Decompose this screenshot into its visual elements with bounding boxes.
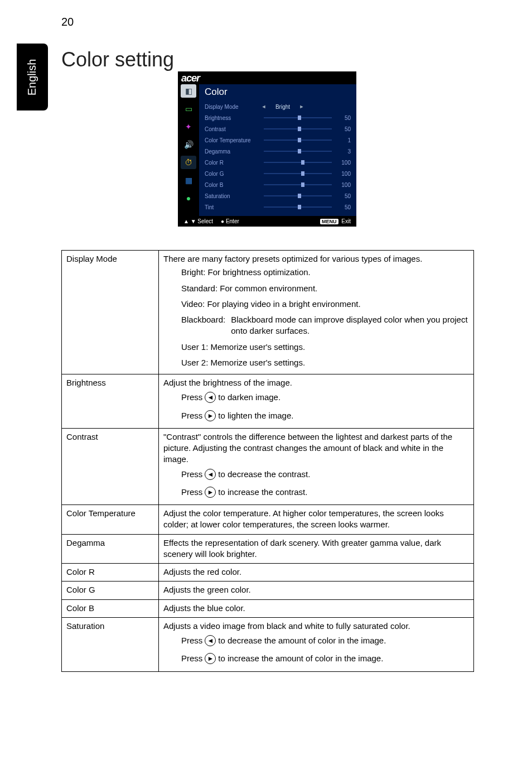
display-mode-video: Video: For playing video in a bright env… — [163, 296, 469, 312]
osd-row-value: Bright — [267, 104, 298, 110]
saturation-body: Adjusts a video image from black and whi… — [159, 617, 474, 671]
osd-row: Contrast50 — [199, 123, 356, 134]
contrast-decrease: to decrease the contrast. — [218, 469, 310, 480]
osd-row: Color R100 — [199, 157, 356, 168]
osd-row-number: 100 — [335, 160, 351, 166]
press-label: Press — [181, 653, 202, 664]
osd-row-label: Color B — [205, 182, 260, 188]
degamma-body: Effects the representation of dark scene… — [159, 534, 474, 564]
osd-slider-knob — [298, 149, 301, 153]
brightness-key: Brightness — [62, 374, 159, 429]
degamma-key: Degamma — [62, 534, 159, 564]
saturation-intro: Adjusts a video image from black and whi… — [163, 621, 410, 631]
image-tab-icon: ▭ — [181, 102, 196, 116]
osd-row-number: 50 — [335, 204, 351, 210]
press-label: Press — [181, 410, 202, 421]
saturation-increase: to increase the amount of color in the i… — [218, 653, 383, 664]
right-arrow-icon: ► — [205, 410, 216, 421]
left-arrow-icon: ◄ — [205, 392, 216, 403]
display-mode-user1: User 1: Memorize user's settings. — [163, 339, 469, 355]
contrast-key: Contrast — [62, 428, 159, 504]
osd-slider — [264, 162, 332, 163]
osd-row-label: Brightness — [205, 115, 260, 121]
brightness-darken: to darken image. — [218, 392, 280, 403]
osd-slider — [264, 117, 332, 118]
osd-row-number: 100 — [335, 182, 351, 188]
osd-row: Degamma3 — [199, 146, 356, 157]
brightness-body: Adjust the brightness of the image. Pres… — [159, 374, 474, 429]
osd-slider-knob — [298, 205, 301, 209]
osd-slider — [264, 184, 332, 185]
osd-row-label: Degamma — [205, 148, 260, 155]
osd-row-label: Color G — [205, 171, 260, 177]
osd-slider — [264, 206, 332, 208]
osd-menu: acer ◧ ▭ ✦ 🔊 ⏱ ▦ ● Color Display Mode◄Br… — [178, 71, 356, 227]
color-g-key: Color G — [62, 582, 159, 599]
color-r-body: Adjusts the red color. — [159, 564, 474, 582]
osd-row: Tint50 — [199, 201, 356, 213]
osd-row: Brightness50 — [199, 112, 356, 123]
color-r-key: Color R — [62, 564, 159, 582]
display-mode-body: There are many factory presets optimized… — [159, 251, 474, 374]
management-tab-icon: ✦ — [181, 120, 196, 133]
osd-row-number: 100 — [335, 171, 351, 177]
timer-tab-icon: ⏱ — [181, 156, 196, 169]
osd-row: Color Temperature1 — [199, 134, 356, 146]
osd-footer-enter: Enter — [226, 218, 239, 224]
osd-row-label: Display Mode — [205, 104, 260, 110]
osd-row-label: Saturation — [205, 193, 260, 199]
color-g-body: Adjusts the green color. — [159, 582, 474, 599]
osd-row-number: 50 — [335, 115, 351, 121]
osd-row-number: 50 — [335, 126, 351, 132]
display-mode-intro: There are many factory presets optimized… — [163, 254, 422, 263]
display-mode-bright: Bright: For brightness optimization. — [163, 265, 469, 280]
osd-footer-updown-icon: ▲ ▼ — [183, 218, 196, 224]
language-tab: English — [17, 44, 48, 110]
osd-slider-knob — [298, 194, 301, 198]
contrast-increase: to increase the contrast. — [218, 487, 307, 498]
display-mode-blackboard-label: Blackboard: — [181, 314, 225, 337]
osd-footer-select: Select — [197, 218, 213, 224]
contrast-body: "Contrast" controls the difference betwe… — [159, 428, 474, 504]
osd-row: Color G100 — [199, 168, 356, 179]
osd-section-title: Color — [199, 84, 356, 101]
right-arrow-icon: ► — [205, 653, 216, 664]
display-mode-key: Display Mode — [62, 251, 159, 374]
osd-slider — [264, 140, 332, 141]
osd-slider-knob — [298, 116, 301, 120]
osd-slider — [264, 173, 332, 174]
osd-row: Color B100 — [199, 179, 356, 190]
contrast-intro: "Contrast" controls the difference betwe… — [163, 432, 452, 464]
language-tab-icon: ▦ — [181, 174, 196, 187]
osd-slider-knob — [298, 138, 301, 142]
osd-row: Saturation50 — [199, 190, 356, 201]
press-label: Press — [181, 469, 202, 480]
osd-footer-enter-icon: ● — [221, 218, 224, 224]
osd-slider-knob — [298, 127, 301, 131]
color-b-key: Color B — [62, 599, 159, 617]
osd-row-label: Contrast — [205, 126, 260, 132]
left-arrow-icon: ◄ — [205, 469, 216, 480]
page-number: 20 — [61, 16, 74, 28]
language-tab-label: English — [26, 59, 39, 95]
osd-slider — [264, 151, 332, 152]
osd-row-label: Color Temperature — [205, 137, 260, 143]
osd-row-number: 50 — [335, 193, 351, 199]
osd-row-label: Tint — [205, 204, 260, 210]
osd-slider-knob — [301, 182, 304, 187]
display-mode-blackboard-body: Blackboard mode can improve displayed co… — [225, 314, 469, 337]
right-arrow-icon: ► — [205, 487, 216, 498]
osd-slider — [264, 128, 332, 129]
osd-row-number: 1 — [335, 137, 351, 143]
press-label: Press — [181, 635, 202, 646]
osd-footer: ▲ ▼ Select ● Enter MENU Exit — [178, 216, 356, 227]
saturation-key: Saturation — [62, 617, 159, 671]
osd-row: Display Mode◄Bright► — [199, 101, 356, 112]
osd-row-label: Color R — [205, 160, 260, 166]
press-label: Press — [181, 487, 202, 498]
color-temp-key: Color Temperature — [62, 505, 159, 535]
osd-slider — [264, 195, 332, 196]
left-arrow-icon: ◄ — [205, 635, 216, 646]
osd-slider-knob — [301, 160, 304, 165]
osd-footer-menu-key: MENU — [320, 219, 338, 224]
